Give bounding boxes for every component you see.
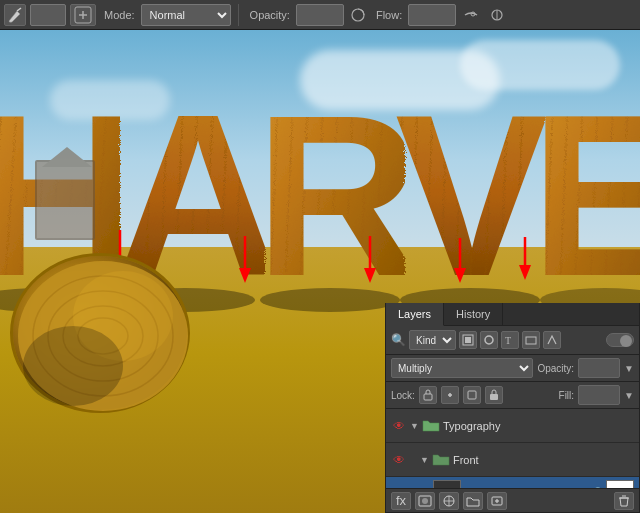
filter-toggle[interactable] (606, 333, 634, 347)
mode-select[interactable]: Normal (141, 4, 231, 26)
lock-pixels-icon[interactable] (419, 386, 437, 404)
lock-label: Lock: (391, 390, 415, 401)
opacity-input[interactable]: 100% (578, 358, 620, 378)
extra-icon[interactable] (486, 4, 508, 26)
svg-rect-86 (465, 337, 471, 343)
filter-smart-icon[interactable] (543, 331, 561, 349)
opacity-label: Opacity: (537, 363, 574, 374)
svg-rect-89 (526, 337, 536, 344)
brush-options-icon[interactable] (70, 4, 96, 26)
airbrush-icon[interactable] (460, 4, 482, 26)
filter-adjust-icon[interactable] (480, 331, 498, 349)
folder-icon-front (432, 452, 450, 468)
lock-all-icon[interactable] (485, 386, 503, 404)
filter-text-icon[interactable]: T (501, 331, 519, 349)
layers-panel: Layers History 🔍 Kind T (385, 303, 640, 513)
expand-arrow-front[interactable]: ▼ (420, 455, 429, 465)
svg-marker-70 (239, 268, 251, 283)
delete-layer-icon[interactable] (614, 492, 634, 510)
svg-point-68 (115, 220, 125, 230)
layers-tabs: Layers History (386, 303, 639, 326)
hay-bale (10, 253, 190, 413)
add-adjustment-icon[interactable] (439, 492, 459, 510)
svg-rect-93 (490, 394, 498, 400)
fill-input[interactable]: 100% (578, 385, 620, 405)
layer-name-front: Front (453, 454, 634, 466)
tab-layers[interactable]: Layers (386, 303, 444, 326)
eye-icon-typography[interactable]: 👁 (391, 418, 407, 434)
svg-point-99 (422, 498, 428, 504)
folder-icon-typography (422, 418, 440, 434)
blend-opacity-row: Multiply Opacity: 100% ▼ (386, 355, 639, 382)
lock-move-icon[interactable] (463, 386, 481, 404)
filter-pixel-icon[interactable] (459, 331, 477, 349)
separator-1 (238, 4, 239, 26)
add-style-icon[interactable]: fx (391, 492, 411, 510)
flow-label: Flow: (376, 9, 402, 21)
eye-icon-front[interactable]: 👁 (391, 452, 407, 468)
svg-rect-92 (468, 391, 476, 399)
svg-marker-74 (454, 268, 466, 283)
svg-rect-90 (424, 394, 432, 400)
layer-name-typography: Typography (443, 420, 634, 432)
mode-label: Mode: (104, 9, 135, 21)
svg-line-0 (17, 8, 21, 11)
add-group-icon[interactable] (463, 492, 483, 510)
layers-filter-row: 🔍 Kind T (386, 326, 639, 355)
brush-size-input[interactable]: 35 (30, 4, 66, 26)
toolbar: 35 Mode: Normal Opacity: 100% Flow: 100% (0, 0, 640, 30)
svg-marker-72 (364, 268, 376, 283)
svg-point-84 (23, 326, 123, 406)
flow-input[interactable]: 100% (408, 4, 456, 26)
blend-mode-select[interactable]: Multiply (391, 358, 533, 378)
filter-kind-select[interactable]: Kind (409, 330, 456, 350)
filter-shape-icon[interactable] (522, 331, 540, 349)
svg-marker-76 (519, 265, 531, 280)
layers-bottom-bar: fx (386, 488, 639, 512)
lock-position-icon[interactable] (441, 386, 459, 404)
brush-tool-icon[interactable] (4, 4, 26, 26)
fill-label: Fill: (559, 390, 575, 401)
opacity-input[interactable]: 100% (296, 4, 344, 26)
svg-text:T: T (505, 335, 511, 346)
canvas-area[interactable]: H A R V E (0, 30, 640, 513)
svg-point-87 (485, 336, 493, 344)
opacity-arrow: ▼ (624, 363, 634, 374)
layer-front[interactable]: 👁 ▼ Front (386, 443, 639, 477)
add-layer-icon[interactable] (487, 492, 507, 510)
layer-typography[interactable]: 👁 ▼ Typography (386, 409, 639, 443)
svg-point-91 (448, 394, 451, 397)
opacity-label: Opacity: (250, 9, 290, 21)
lock-fill-row: Lock: Fill: 100% ▼ (386, 382, 639, 409)
expand-arrow-typography[interactable]: ▼ (410, 421, 419, 431)
fill-arrow: ▼ (624, 390, 634, 401)
tab-history[interactable]: History (444, 303, 503, 325)
opacity-icon[interactable] (348, 4, 368, 26)
add-mask-icon[interactable] (415, 492, 435, 510)
background-structure (35, 160, 95, 240)
search-icon: 🔍 (391, 333, 406, 347)
